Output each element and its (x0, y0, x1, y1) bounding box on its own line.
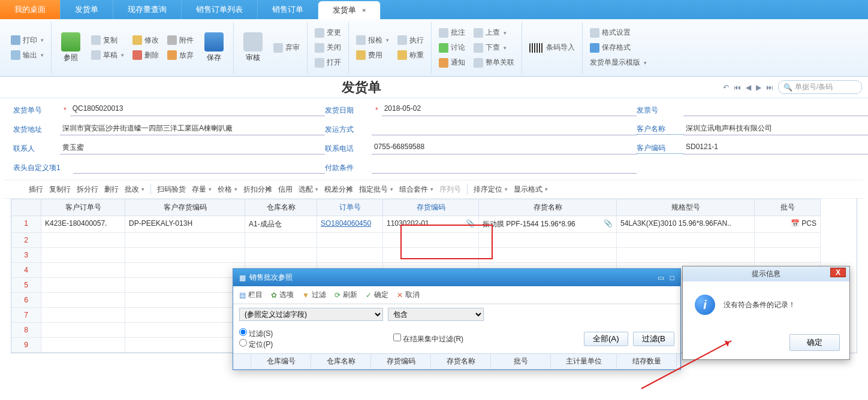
discard-button[interactable]: 放弃 (165, 49, 196, 62)
next-icon[interactable]: ▶ (756, 83, 761, 92)
col-cust-inv[interactable]: 客户存货编码 (125, 199, 245, 216)
notify-button[interactable]: 通知 (436, 56, 468, 69)
act-serial[interactable]: 序列号 (439, 184, 461, 195)
dialog-title-bar[interactable]: ▦ 销售批次参照 ▭ □ (233, 269, 680, 286)
dlg-col-0[interactable] (233, 354, 251, 369)
cell-cust-inv[interactable]: DP-PEEKALY-013H (125, 216, 245, 233)
so-link[interactable]: SO1804060450 (321, 219, 371, 228)
dlg-all-button[interactable]: 全部(A) (584, 332, 628, 346)
reference-button[interactable]: 参照 (56, 23, 85, 72)
act-copy[interactable]: 复制行 (49, 184, 71, 195)
field-invoice[interactable] (683, 104, 868, 116)
act-insert[interactable]: 插行 (29, 184, 43, 195)
dialog-max-icon[interactable]: □ (670, 274, 674, 282)
cell-cust-ord[interactable]: K423E-180400057. (41, 216, 125, 233)
table-row[interactable]: 1 K423E-180400057. DP-PEEKALY-013H A1-成品… (11, 216, 857, 233)
first-icon[interactable]: ⏮ (734, 83, 741, 92)
template-button[interactable]: 发货单显示模版▾ (587, 56, 649, 69)
field-cust[interactable]: 深圳立讯电声科技有限公司 (683, 123, 868, 135)
draft-button[interactable]: 草稿▾ (89, 49, 126, 62)
print-button[interactable]: 打印▾ (8, 34, 46, 47)
alert-close-button[interactable]: X (830, 268, 846, 277)
cell-inv-name[interactable]: 振动膜 PPF-1544 15.96*8.96📎 (479, 216, 617, 233)
col-inv-name[interactable]: 存货名称 (479, 199, 617, 216)
adjust-button[interactable]: 整单关联 (471, 56, 517, 69)
col-wh[interactable]: 仓库名称 (245, 199, 317, 216)
col-so[interactable]: 订单号 (317, 199, 383, 216)
field-custcode[interactable]: SD0121-1 (683, 143, 868, 154)
label-custcode[interactable]: 客户编码 (637, 143, 683, 154)
save-format-button[interactable]: 保存格式 (587, 41, 649, 54)
tab-shipment-1[interactable]: 发货单 (61, 0, 113, 19)
act-discount[interactable]: 折扣分摊 (243, 184, 272, 195)
dlg-opts-button[interactable]: ✿选项 (271, 290, 294, 300)
dlg-ok-button[interactable]: ✓确定 (366, 290, 388, 300)
field-pay[interactable] (372, 162, 637, 174)
close-button[interactable]: 关闭 (312, 41, 343, 54)
dialog-min-icon[interactable]: ▭ (658, 274, 664, 282)
act-split[interactable]: 拆分行 (77, 184, 98, 195)
act-sort[interactable]: 排序定位▾ (474, 184, 508, 195)
clip-icon[interactable]: 📎 (604, 219, 613, 228)
inspect-button[interactable]: 报检▾ (354, 34, 391, 47)
act-stock[interactable]: 存量▾ (192, 184, 212, 195)
exec-button[interactable]: 执行 (395, 34, 426, 47)
act-del[interactable]: 删行 (104, 184, 119, 195)
dlg-col-5[interactable]: 批号 (491, 354, 551, 369)
dlg-col-7[interactable]: 结存数量 (617, 354, 677, 369)
tab-shipment-active[interactable]: 发货单× (318, 1, 381, 19)
last-icon[interactable]: ⏭ (766, 83, 773, 92)
col-spec[interactable]: 规格型号 (617, 199, 755, 216)
table-row[interactable]: 3 (11, 248, 857, 263)
dlg-op-select[interactable]: 包含 (388, 308, 484, 321)
dlg-field-select[interactable]: (参照定义过滤字段) (239, 308, 383, 321)
undo-icon[interactable]: ↶ (723, 83, 729, 92)
abandon-button[interactable]: 弃审 (271, 41, 302, 54)
cell-wh[interactable]: A1-成品仓 (245, 216, 317, 233)
dlg-cancel-button[interactable]: ✕取消 (397, 290, 420, 300)
act-price[interactable]: 价格▾ (218, 184, 237, 195)
copy-button[interactable]: 复制 (89, 34, 126, 47)
cell-spec[interactable]: 54LA3K(XE)3010 15.96*8.96FAN.. (617, 216, 755, 233)
dlg-refresh-button[interactable]: ⟳刷新 (334, 290, 357, 300)
cell-inv-code[interactable]: 11030202-01📎 (383, 216, 479, 233)
prev-icon[interactable]: ◀ (746, 83, 751, 92)
dlg-do-filter-button[interactable]: 过滤(B (633, 332, 674, 346)
calendar-icon[interactable]: 📅 (791, 219, 800, 228)
col-cust-ord[interactable]: 客户订单号 (41, 199, 125, 216)
format-button[interactable]: 格式设置 (587, 26, 649, 39)
dlg-col-4[interactable]: 存货名称 (431, 354, 491, 369)
col-batch[interactable]: 批号 (755, 199, 821, 216)
open-button[interactable]: 打开 (312, 56, 343, 69)
alert-ok-button[interactable]: 确定 (789, 334, 840, 351)
delete-button[interactable]: 删除 (130, 49, 161, 62)
audit-button[interactable]: 审核 (239, 23, 267, 72)
cell-batch[interactable]: 📅 PCS (755, 216, 821, 233)
act-combo[interactable]: 组合套件▾ (399, 184, 433, 195)
cell-so[interactable]: SO1804060450 (317, 216, 383, 233)
change-button[interactable]: 变更 (312, 26, 343, 39)
col-inv-code[interactable]: 存货编码 (383, 199, 479, 216)
field-ship[interactable] (372, 123, 637, 135)
dlg-col-3[interactable]: 存货编码 (371, 354, 431, 369)
modify-button[interactable]: 修改 (130, 34, 161, 47)
search-input[interactable]: 🔍单据号/条码 (778, 80, 862, 94)
dlg-filter-button[interactable]: ▼过滤 (302, 290, 326, 300)
act-batchno[interactable]: 指定批号▾ (359, 184, 393, 195)
label-cust[interactable]: 客户名称 (637, 124, 683, 135)
act-credit[interactable]: 信用 (278, 184, 293, 195)
tab-so[interactable]: 销售订单 (258, 0, 318, 19)
field-tel[interactable]: 0755-66859588 (372, 143, 637, 154)
tab-so-list[interactable]: 销售订单列表 (182, 0, 258, 19)
dlg-col-1[interactable]: 仓库编号 (251, 354, 311, 369)
field-date[interactable]: 2018-05-02 (382, 104, 637, 116)
tab-stock-query[interactable]: 现存量查询 (113, 0, 182, 19)
discuss-button[interactable]: 讨论 (436, 41, 468, 54)
save-button[interactable]: 保存 (200, 23, 228, 72)
close-icon[interactable]: × (362, 7, 366, 14)
dlg-radio-filter[interactable]: 过滤(S) (239, 329, 273, 338)
alert-title-bar[interactable]: 提示信息 X (683, 266, 849, 281)
act-match[interactable]: 选配▾ (299, 184, 318, 195)
act-display[interactable]: 显示格式▾ (514, 184, 548, 195)
table-row[interactable]: 2 (11, 233, 857, 248)
